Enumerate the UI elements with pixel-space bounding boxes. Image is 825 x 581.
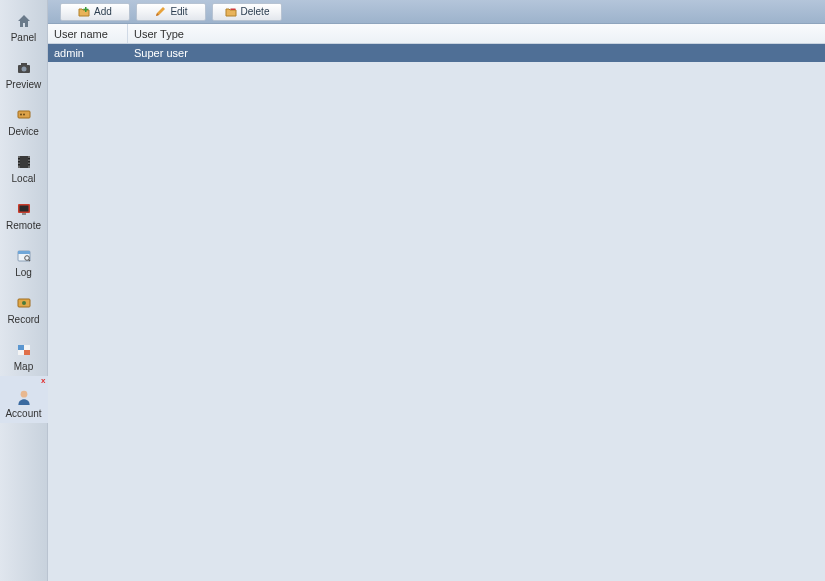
table-header: User name User Type [48,24,825,44]
svg-rect-14 [28,164,30,166]
cell-usertype: Super user [128,47,825,59]
sidebar-item-label: Preview [6,79,42,90]
sidebar-item-account[interactable]: x Account [0,376,48,423]
svg-rect-9 [18,158,20,160]
sidebar-item-remote[interactable]: Remote [0,188,48,235]
svg-rect-13 [28,161,30,163]
delete-button[interactable]: Delete [212,3,282,21]
sidebar-item-label: Log [15,267,32,278]
svg-rect-10 [18,161,20,163]
edit-button[interactable]: Edit [136,3,206,21]
cell-username: admin [48,47,128,59]
svg-point-5 [23,114,25,116]
main-area: Add Edit Delete User name User Type admi… [48,0,825,581]
folder-plus-icon [78,6,90,18]
table-body: admin Super user [48,44,825,581]
add-button[interactable]: Add [60,3,130,21]
film-icon [15,153,33,171]
svg-point-27 [20,391,27,398]
monitor-icon [15,200,33,218]
home-icon [15,12,33,30]
sidebar-item-device[interactable]: Device [0,94,48,141]
svg-rect-11 [18,164,20,166]
sidebar-item-label: Record [7,314,39,325]
table-row[interactable]: admin Super user [48,44,825,62]
map-icon [15,341,33,359]
sidebar-item-label: Account [5,408,41,419]
svg-rect-29 [83,8,88,10]
svg-point-1 [21,67,26,72]
sidebar-item-panel[interactable]: Panel [0,0,48,47]
sidebar-item-label: Remote [6,220,41,231]
pencil-icon [154,6,166,18]
svg-rect-12 [28,158,30,160]
sidebar-item-record[interactable]: Record [0,282,48,329]
toolbar: Add Edit Delete [48,0,825,24]
sidebar-item-map[interactable]: Map [0,329,48,376]
svg-rect-17 [22,213,26,215]
svg-rect-19 [18,251,30,254]
column-header-username[interactable]: User name [48,24,128,43]
svg-rect-26 [24,350,30,355]
add-button-label: Add [94,6,112,17]
svg-rect-30 [230,8,235,10]
svg-point-23 [22,301,26,305]
folder-minus-icon [225,6,237,18]
sidebar-item-label: Local [12,173,36,184]
sidebar-item-local[interactable]: Local [0,141,48,188]
column-header-usertype[interactable]: User Type [128,24,825,43]
record-icon [15,294,33,312]
close-icon[interactable]: x [41,377,45,385]
svg-rect-2 [21,63,27,66]
sidebar-item-preview[interactable]: Preview [0,47,48,94]
device-icon [15,106,33,124]
svg-rect-25 [18,345,24,350]
person-icon [15,388,33,406]
log-icon [15,247,33,265]
sidebar-item-label: Map [14,361,33,372]
svg-rect-16 [19,206,28,212]
camera-icon [15,59,33,77]
sidebar-item-log[interactable]: Log [0,235,48,282]
sidebar: Panel Preview Device Local Remote Log [0,0,48,581]
sidebar-item-label: Device [8,126,39,137]
edit-button-label: Edit [170,6,187,17]
sidebar-item-label: Panel [11,32,37,43]
delete-button-label: Delete [241,6,270,17]
svg-point-4 [20,114,22,116]
